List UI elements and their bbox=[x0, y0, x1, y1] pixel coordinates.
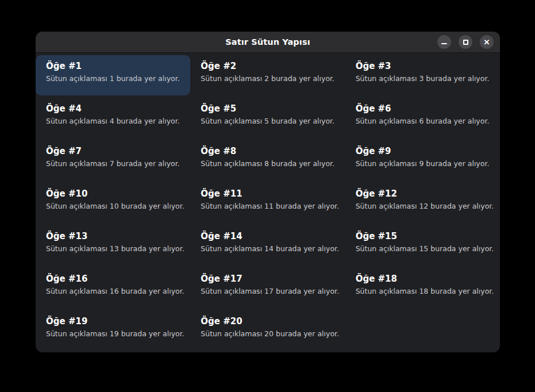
grid-item[interactable]: Öğe #4Sütun açıklaması 4 burada yer alıy… bbox=[36, 98, 190, 138]
grid-item[interactable]: Öğe #8Sütun açıklaması 8 burada yer alıy… bbox=[190, 140, 345, 180]
item-title: Öğe #3 bbox=[356, 60, 490, 72]
item-subtitle: Sütun açıklaması 1 burada yer alıyor. bbox=[46, 74, 180, 83]
item-title: Öğe #10 bbox=[46, 188, 180, 200]
item-subtitle: Sütun açıklaması 3 burada yer alıyor. bbox=[356, 74, 490, 83]
grid-item[interactable]: Öğe #13Sütun açıklaması 13 burada yer al… bbox=[36, 225, 190, 266]
app-window: Satır Sütun Yapısı ✕ Öğe #1Sütun açıklam… bbox=[36, 32, 500, 352]
item-title: Öğe #9 bbox=[356, 145, 490, 157]
grid-item[interactable]: Öğe #20Sütun açıklaması 20 burada yer al… bbox=[190, 310, 345, 351]
item-subtitle: Sütun açıklaması 8 burada yer alıyor. bbox=[201, 159, 334, 168]
item-title: Öğe #7 bbox=[46, 145, 180, 157]
item-subtitle: Sütun açıklaması 7 burada yer alıyor. bbox=[46, 159, 180, 168]
item-subtitle: Sütun açıklaması 4 burada yer alıyor. bbox=[46, 117, 180, 126]
item-subtitle: Sütun açıklaması 17 burada yer alıyor. bbox=[201, 287, 334, 296]
grid-item[interactable]: Öğe #1Sütun açıklaması 1 burada yer alıy… bbox=[36, 55, 190, 95]
item-subtitle: Sütun açıklaması 19 burada yer alıyor. bbox=[46, 329, 180, 339]
grid-item[interactable]: Öğe #16Sütun açıklaması 16 burada yer al… bbox=[36, 268, 190, 308]
grid-item[interactable]: Öğe #12Sütun açıklaması 12 burada yer al… bbox=[345, 183, 500, 223]
item-subtitle: Sütun açıklaması 16 burada yer alıyor. bbox=[46, 287, 180, 296]
item-subtitle: Sütun açıklaması 6 burada yer alıyor. bbox=[356, 117, 490, 126]
item-title: Öğe #16 bbox=[46, 273, 180, 285]
item-title: Öğe #14 bbox=[201, 230, 334, 243]
grid-item[interactable]: Öğe #11Sütun açıklaması 11 burada yer al… bbox=[190, 183, 345, 223]
item-title: Öğe #1 bbox=[46, 60, 180, 72]
item-title: Öğe #17 bbox=[201, 273, 334, 285]
item-subtitle: Sütun açıklaması 2 burada yer alıyor. bbox=[201, 74, 334, 83]
grid-item[interactable]: Öğe #6Sütun açıklaması 6 burada yer alıy… bbox=[345, 98, 500, 138]
item-subtitle: Sütun açıklaması 12 burada yer alıyor. bbox=[356, 202, 490, 211]
item-title: Öğe #19 bbox=[46, 316, 180, 328]
item-subtitle: Sütun açıklaması 5 burada yer alıyor. bbox=[201, 117, 334, 126]
grid-item[interactable]: Öğe #19Sütun açıklaması 19 burada yer al… bbox=[36, 310, 190, 351]
grid-item[interactable]: Öğe #15Sütun açıklaması 15 burada yer al… bbox=[345, 225, 500, 266]
item-subtitle: Sütun açıklaması 15 burada yer alıyor. bbox=[356, 244, 490, 253]
item-subtitle: Sütun açıklaması 20 burada yer alıyor. bbox=[201, 329, 334, 339]
grid-item[interactable]: Öğe #14Sütun açıklaması 14 burada yer al… bbox=[190, 225, 345, 266]
grid-item[interactable]: Öğe #18Sütun açıklaması 18 burada yer al… bbox=[345, 268, 500, 308]
minimize-icon bbox=[441, 43, 447, 44]
grid-item[interactable]: Öğe #9Sütun açıklaması 9 burada yer alıy… bbox=[345, 140, 500, 180]
grid-item[interactable]: Öğe #7Sütun açıklaması 7 burada yer alıy… bbox=[36, 140, 190, 180]
grid-item[interactable]: Öğe #5Sütun açıklaması 5 burada yer alıy… bbox=[190, 98, 345, 138]
maximize-icon bbox=[463, 40, 468, 45]
item-subtitle: Sütun açıklaması 13 burada yer alıyor. bbox=[46, 244, 180, 253]
flowbox-grid: Öğe #1Sütun açıklaması 1 burada yer alıy… bbox=[36, 55, 500, 351]
item-subtitle: Sütun açıklaması 14 burada yer alıyor. bbox=[201, 244, 334, 253]
item-subtitle: Sütun açıklaması 18 burada yer alıyor. bbox=[356, 287, 490, 296]
item-subtitle: Sütun açıklaması 10 burada yer alıyor. bbox=[46, 202, 180, 211]
item-title: Öğe #18 bbox=[356, 273, 490, 285]
grid-item[interactable]: Öğe #17Sütun açıklaması 17 burada yer al… bbox=[190, 268, 345, 308]
maximize-button[interactable] bbox=[459, 35, 472, 49]
item-title: Öğe #2 bbox=[201, 60, 334, 72]
item-title: Öğe #11 bbox=[201, 188, 334, 200]
close-button[interactable]: ✕ bbox=[480, 35, 494, 49]
item-title: Öğe #5 bbox=[201, 103, 334, 115]
close-icon: ✕ bbox=[484, 39, 490, 46]
item-title: Öğe #20 bbox=[201, 316, 334, 328]
item-title: Öğe #8 bbox=[201, 145, 334, 157]
grid-item[interactable]: Öğe #2Sütun açıklaması 2 burada yer alıy… bbox=[190, 55, 345, 95]
item-title: Öğe #6 bbox=[356, 103, 490, 115]
item-title: Öğe #12 bbox=[356, 188, 490, 200]
window-title: Satır Sütun Yapısı bbox=[36, 37, 500, 47]
item-title: Öğe #15 bbox=[356, 230, 490, 243]
item-title: Öğe #13 bbox=[46, 230, 180, 243]
grid-item[interactable]: Öğe #3Sütun açıklaması 3 burada yer alıy… bbox=[345, 55, 500, 95]
headerbar[interactable]: Satır Sütun Yapısı ✕ bbox=[36, 32, 500, 53]
item-subtitle: Sütun açıklaması 11 burada yer alıyor. bbox=[201, 202, 334, 211]
item-subtitle: Sütun açıklaması 9 burada yer alıyor. bbox=[356, 159, 490, 168]
window-content: Öğe #1Sütun açıklaması 1 burada yer alıy… bbox=[36, 53, 500, 352]
minimize-button[interactable] bbox=[437, 35, 451, 49]
grid-item[interactable]: Öğe #10Sütun açıklaması 10 burada yer al… bbox=[36, 183, 190, 223]
item-title: Öğe #4 bbox=[46, 103, 180, 115]
window-controls: ✕ bbox=[437, 32, 494, 52]
